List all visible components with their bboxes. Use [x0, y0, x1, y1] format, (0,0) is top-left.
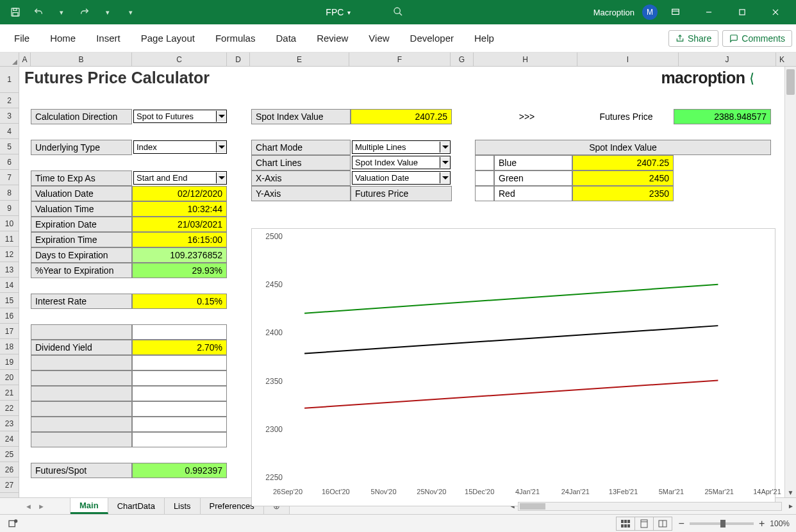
futures-spot-cell[interactable]: 0.992397 [132, 463, 227, 478]
page-break-view-icon[interactable] [653, 517, 672, 531]
empty-row22-cell[interactable] [132, 401, 227, 417]
ribbon-expander-icon[interactable]: ▾ [97, 2, 118, 22]
search-icon[interactable] [393, 6, 403, 19]
menu-review[interactable]: Review [306, 28, 358, 49]
undo-icon[interactable] [28, 2, 49, 22]
row-19[interactable]: 19 [0, 354, 19, 370]
zoom-slider[interactable] [690, 522, 754, 525]
ribbon-display-icon[interactable] [660, 0, 691, 24]
col-G[interactable]: G [451, 53, 474, 66]
row-22[interactable]: 22 [0, 401, 19, 416]
col-E[interactable]: E [250, 53, 349, 66]
chart-lines-dropdown[interactable]: Spot Index Value [352, 156, 451, 169]
dividend-yield-cell[interactable]: 2.70% [132, 340, 227, 355]
qat-customize-icon[interactable]: ▾ [120, 2, 141, 22]
menu-developer[interactable]: Developer [400, 28, 464, 49]
empty-row19-cell[interactable] [132, 355, 227, 370]
row-25[interactable]: 25 [0, 447, 19, 462]
row-7[interactable]: 7 [0, 170, 19, 185]
share-button[interactable]: Share [668, 30, 718, 47]
row-3[interactable]: 3 [0, 108, 19, 124]
col-D[interactable]: D [227, 53, 250, 66]
tab-lists[interactable]: Lists [165, 498, 201, 514]
tab-main[interactable]: Main [70, 498, 108, 514]
row-15[interactable]: 15 [0, 293, 19, 308]
chart[interactable]: 22502300235024002450250026Sep'2016Oct'20… [251, 228, 775, 506]
row-27[interactable]: 27 [0, 478, 19, 493]
select-all-corner[interactable] [0, 53, 19, 66]
calc-direction-dropdown[interactable]: Spot to Futures [133, 110, 227, 123]
row-2[interactable]: 2 [0, 93, 19, 108]
valuation-date-cell[interactable]: 02/12/2020 [132, 186, 227, 201]
menu-home[interactable]: Home [40, 28, 86, 49]
empty-row24-cell[interactable] [132, 432, 227, 447]
sheet-nav[interactable]: ◄ ► [0, 498, 70, 514]
menu-page-layout[interactable]: Page Layout [131, 28, 205, 49]
scroll-thumb[interactable] [786, 69, 795, 95]
expiration-time-cell[interactable]: 16:15:00 [132, 232, 227, 247]
scroll-down-icon[interactable]: ▼ [785, 487, 796, 497]
futures-price-cell[interactable]: 2388.948577 [674, 109, 771, 124]
row-24[interactable]: 24 [0, 431, 19, 447]
redo-icon[interactable] [74, 2, 95, 22]
menu-data[interactable]: Data [265, 28, 306, 49]
menu-insert[interactable]: Insert [86, 28, 131, 49]
col-C[interactable]: C [132, 53, 227, 66]
zoom-in-button[interactable]: + [759, 518, 765, 529]
menu-formulas[interactable]: Formulas [205, 28, 266, 49]
ribbon-expander-icon[interactable]: ▾ [51, 2, 72, 22]
row-21[interactable]: 21 [0, 385, 19, 401]
normal-view-icon[interactable] [616, 517, 635, 531]
menu-help[interactable]: Help [464, 28, 504, 49]
record-macro-icon[interactable] [0, 519, 26, 529]
chevron-down-icon[interactable]: ▾ [347, 9, 351, 16]
underlying-type-dropdown[interactable]: Index [133, 140, 227, 154]
red-value-cell[interactable]: 2350 [572, 186, 674, 201]
row-8[interactable]: 8 [0, 185, 19, 201]
menu-view[interactable]: View [358, 28, 399, 49]
row-11[interactable]: 11 [0, 231, 19, 247]
row-6[interactable]: 6 [0, 154, 19, 170]
row-5[interactable]: 5 [0, 139, 19, 154]
row-17[interactable]: 17 [0, 324, 19, 339]
row-12[interactable]: 12 [0, 247, 19, 262]
row-16[interactable]: 16 [0, 308, 19, 324]
expiration-date-cell[interactable]: 21/03/2021 [132, 217, 227, 232]
empty-row17-cell[interactable] [132, 324, 227, 340]
empty-row20-cell[interactable] [132, 370, 227, 386]
xaxis-dropdown[interactable]: Valuation Date [352, 171, 451, 185]
row-23[interactable]: 23 [0, 416, 19, 431]
col-H[interactable]: H [474, 53, 577, 66]
row-1[interactable]: 1 [0, 67, 19, 93]
vertical-scrollbar[interactable]: ▲ ▼ [784, 67, 796, 497]
comments-button[interactable]: Comments [722, 30, 792, 47]
col-I[interactable]: I [577, 53, 679, 66]
row-26[interactable]: 26 [0, 462, 19, 478]
interest-rate-cell[interactable]: 0.15% [132, 294, 227, 309]
green-value-cell[interactable]: 2450 [572, 170, 674, 186]
tab-chartdata[interactable]: ChartData [108, 498, 165, 514]
avatar[interactable]: M [642, 4, 658, 20]
days-to-exp-cell[interactable]: 109.2376852 [132, 247, 227, 263]
row-10[interactable]: 10 [0, 216, 19, 231]
col-K[interactable]: K [776, 53, 788, 66]
menu-file[interactable]: File [4, 28, 40, 49]
row-13[interactable]: 13 [0, 262, 19, 278]
blue-value-cell[interactable]: 2407.25 [572, 155, 674, 170]
valuation-time-cell[interactable]: 10:32:44 [132, 201, 227, 217]
pct-year-cell[interactable]: 29.93% [132, 263, 227, 278]
hscroll-right-icon[interactable]: ► [786, 502, 796, 511]
chart-mode-dropdown[interactable]: Multiple Lines [352, 140, 451, 154]
worksheet-grid[interactable]: Futures Price Calculator macroption⟨ Cal… [19, 67, 784, 497]
empty-row21-cell[interactable] [132, 386, 227, 401]
close-button[interactable] [760, 0, 791, 24]
col-A[interactable]: A [19, 53, 31, 66]
minimize-button[interactable] [693, 0, 724, 24]
zoom-level[interactable]: 100% [770, 519, 790, 528]
page-layout-view-icon[interactable] [634, 517, 654, 531]
col-B[interactable]: B [31, 53, 132, 66]
row-20[interactable]: 20 [0, 370, 19, 385]
horizontal-scrollbar[interactable] [518, 502, 782, 511]
zoom-out-button[interactable]: − [679, 518, 684, 529]
maximize-button[interactable] [727, 0, 758, 24]
